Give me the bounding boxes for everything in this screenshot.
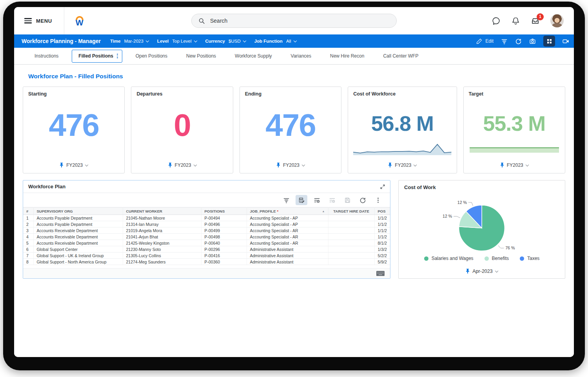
table-cell: 1/3/2 <box>374 246 390 253</box>
card-period-selector[interactable]: FY2023 <box>464 162 565 168</box>
table-cell: 21041-Arjun Bhat <box>123 234 201 240</box>
edit-button[interactable]: Edit <box>476 38 494 45</box>
table-header-row: #SUPERVISORY ORGCURRENT WORKERPOSITIONSJ… <box>23 207 390 215</box>
tab-filled-positions[interactable]: Filled Positions <box>72 50 122 63</box>
pin-icon <box>168 162 172 168</box>
grid-row-settings-button[interactable] <box>311 195 323 205</box>
snapshot-button[interactable] <box>529 38 536 45</box>
grid-more-button[interactable] <box>372 195 384 205</box>
table-cell: Accounting Specialist - AR <box>247 240 328 246</box>
table-cell <box>328 240 374 246</box>
table-cell: 1/1/2 <box>374 221 390 227</box>
grid-toolbar <box>23 193 390 207</box>
table-cell: Global Support - UK & Ireland Group <box>33 253 123 259</box>
table-cell <box>328 234 374 240</box>
context-filter-value-dropdown[interactable]: $USD <box>229 39 246 43</box>
table-row[interactable]: 8Global Support - North America Group212… <box>23 259 390 265</box>
legend-label: Taxes <box>527 256 539 261</box>
card-period: FY2023 <box>175 162 191 168</box>
grid-refresh-button[interactable] <box>357 195 368 205</box>
column-header-current-worker[interactable]: CURRENT WORKER <box>123 207 201 215</box>
sort-ascending-icon: ▲ <box>322 210 325 213</box>
column-header-pos[interactable]: POS <box>374 207 390 215</box>
context-filter-value-dropdown[interactable]: Top Level <box>172 39 196 43</box>
sparkline-chart <box>353 139 451 156</box>
pie-label-benefits: 12 % <box>443 214 452 218</box>
chevron-down-icon <box>293 39 296 42</box>
tab-label: New Hire Recon <box>330 53 364 59</box>
pin-icon <box>466 269 470 274</box>
filter-button[interactable] <box>501 38 508 45</box>
table-cell: P-00640 <box>201 240 247 246</box>
table-cell: Accounts Payable Department <box>33 215 123 221</box>
table-cell: 6 <box>23 246 33 253</box>
table-cell: 3 <box>23 227 33 234</box>
table-row[interactable]: 3Accounts Receivable Department21019-Ang… <box>23 227 390 234</box>
tab-instructions[interactable]: Instructions <box>25 48 68 64</box>
table-cell: 21230-Manny Soto <box>123 246 201 253</box>
table-cell: Accounts Receivable Department <box>33 240 123 246</box>
table-row[interactable]: 7Global Support - UK & Ireland Group2130… <box>23 253 390 259</box>
inbox-tray-icon[interactable]: 1 <box>531 16 540 25</box>
pie-legend: Salaries and WagesBenefitsTaxes <box>399 256 565 261</box>
pie-label-salaries-and-wages: 76 % <box>505 245 515 250</box>
context-header: Workforce Planning - Manager TimeMar-202… <box>14 34 574 48</box>
column-header-job-profile[interactable]: JOB_PROFILE*▲ <box>247 207 328 215</box>
grid-filter-button[interactable] <box>280 195 292 205</box>
legend-dot-icon <box>424 256 428 261</box>
table-cell <box>328 259 374 265</box>
table-row[interactable]: 5Accounts Receivable Department21425-Wes… <box>23 240 390 246</box>
pin-icon <box>276 162 280 168</box>
chevron-down-icon <box>146 39 149 42</box>
card-period-selector[interactable]: FY2023 <box>23 162 124 168</box>
column-header-[interactable]: # <box>23 207 33 215</box>
table-cell: 5/9/2 <box>374 259 390 265</box>
target-bar-chart <box>470 147 559 153</box>
column-header-supervisory-org[interactable]: SUPERVISORY ORG <box>33 207 123 215</box>
table-row[interactable]: 2Accounts Payable Department21314-Ian Mu… <box>23 221 390 227</box>
refresh-icon <box>515 38 522 45</box>
tab-new-hire-recon[interactable]: New Hire Recon <box>321 48 374 64</box>
notifications-bell-icon[interactable] <box>511 16 520 25</box>
refresh-button[interactable] <box>515 38 522 45</box>
video-button[interactable] <box>563 38 569 45</box>
column-header-target-hire-date[interactable]: TARGET HIRE DATE <box>328 207 374 215</box>
expand-button[interactable] <box>380 184 385 189</box>
keyboard-shortcuts-button[interactable] <box>376 271 385 276</box>
grid-view-button[interactable] <box>543 36 555 47</box>
user-avatar[interactable] <box>550 14 564 27</box>
tab-call-center-wfp[interactable]: Call Center WFP <box>374 48 428 64</box>
context-filter-level: LevelTop Level <box>157 39 197 43</box>
tab-workforce-supply[interactable]: Workforce Supply <box>225 48 281 64</box>
chat-icon[interactable] <box>492 16 501 25</box>
context-filter-value-dropdown[interactable]: Mar-2023 <box>124 39 149 43</box>
table-row[interactable]: 6Global Support Center21230-Manny SotoP-… <box>23 246 390 253</box>
card-period-selector[interactable]: FY2023 <box>348 162 456 168</box>
menu-button[interactable]: MENU <box>14 7 64 34</box>
search-input[interactable]: Search <box>191 14 397 28</box>
legend-dot-icon <box>485 256 489 261</box>
table-cell: 4 <box>23 234 33 240</box>
context-filter-time: TimeMar-2023 <box>110 39 149 43</box>
refresh-icon <box>359 197 366 204</box>
context-filter-value-dropdown[interactable]: All <box>286 39 296 43</box>
tab-new-positions[interactable]: New Positions <box>177 48 225 64</box>
column-header-label: POS <box>378 209 386 213</box>
grid-edit-button[interactable] <box>296 195 307 205</box>
card-period-selector[interactable]: FY2023 <box>240 162 341 168</box>
context-filter-value: $USD <box>229 39 241 43</box>
column-header-positions[interactable]: POSITIONS <box>201 207 247 215</box>
grid-scroll-area[interactable]: #SUPERVISORY ORGCURRENT WORKERPOSITIONSJ… <box>23 207 390 265</box>
workday-logo[interactable]: W <box>74 16 85 25</box>
legend-label: Benefits <box>492 256 509 261</box>
tab-options-kebab-icon[interactable] <box>117 54 118 58</box>
table-row[interactable]: 4Accounts Receivable Department21041-Arj… <box>23 234 390 240</box>
tab-variances[interactable]: Variances <box>281 48 321 64</box>
table-row[interactable]: 1Accounts Payable Department21045-Nathan… <box>23 215 390 221</box>
pie-chart[interactable]: 76 %12 %12 % <box>399 192 565 259</box>
tab-open-positions[interactable]: Open Positions <box>126 48 177 64</box>
column-header-label: SUPERVISORY ORG <box>37 209 73 213</box>
page-content: Workforce Plan - Filled Positions Starti… <box>14 65 574 357</box>
cost-of-work-period-selector[interactable]: Apr-2023 <box>399 269 565 274</box>
card-period-selector[interactable]: FY2023 <box>131 162 232 168</box>
